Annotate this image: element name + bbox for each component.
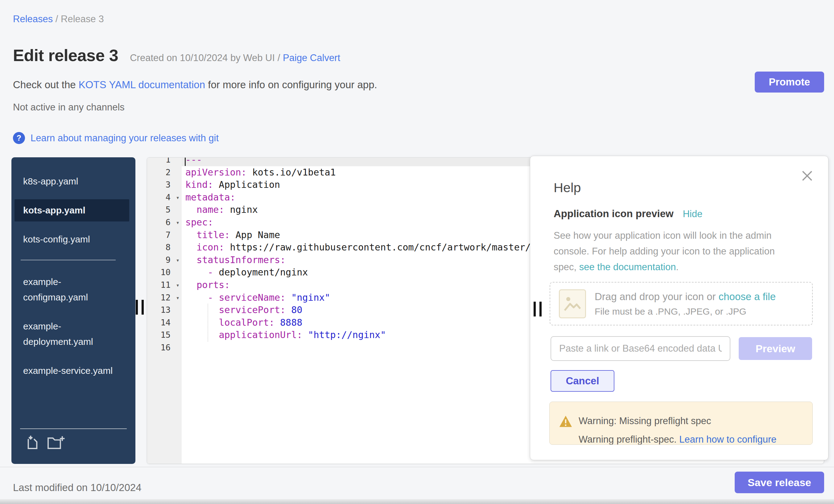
code-segment-num: 80 xyxy=(291,304,302,315)
footer-divider xyxy=(0,467,834,467)
code-segment-key: metadata: xyxy=(185,192,236,203)
fold-arrow-icon[interactable]: ▾ xyxy=(176,191,179,204)
breadcrumb-link-releases[interactable]: Releases xyxy=(13,14,53,24)
code-segment-plain: kots.io/v1beta1 xyxy=(247,167,336,178)
doc-info-suffix: for more info on configuring your app. xyxy=(205,79,377,90)
code-segment-plain: nginx xyxy=(224,204,258,215)
line-number: 12▾ xyxy=(147,291,182,304)
file-item[interactable]: kots-app.yaml xyxy=(15,199,129,221)
code-segment-plain xyxy=(286,292,291,303)
file-item[interactable]: example-deployment.yaml xyxy=(20,315,117,353)
line-number: 4▾ xyxy=(147,191,182,204)
add-folder-button[interactable] xyxy=(47,435,65,452)
cancel-button[interactable]: Cancel xyxy=(551,370,614,392)
code-segment-key: name: xyxy=(196,204,224,215)
close-icon[interactable] xyxy=(800,169,814,182)
add-folder-icon xyxy=(47,435,65,450)
image-placeholder-icon xyxy=(559,289,586,318)
code-segment-plain xyxy=(185,229,196,240)
line-number: 3 xyxy=(147,179,182,191)
indent-guide xyxy=(207,304,208,342)
code-segment-num: 8888 xyxy=(280,317,302,328)
code-segment-key: servicePort: xyxy=(219,304,286,315)
code-segment-key: applicationUrl: xyxy=(219,329,302,340)
git-help-link[interactable]: ? Learn about managing your releases wit… xyxy=(13,132,219,144)
last-modified-text: Last modified on 10/10/2024 xyxy=(13,482,141,494)
code-segment-plain xyxy=(185,292,207,303)
sidebar-actions xyxy=(20,429,127,456)
resize-handle-right[interactable] xyxy=(533,302,545,316)
preview-button[interactable]: Preview xyxy=(739,337,812,360)
code-segment-dash: - xyxy=(207,292,213,303)
code-segment-key: --- xyxy=(185,157,202,165)
dropzone-label: Drag and drop your icon or xyxy=(595,291,719,302)
code-segment-plain xyxy=(213,292,219,303)
breadcrumb-separator: / xyxy=(53,14,61,24)
code-segment-key: serviceName: xyxy=(219,292,286,303)
code-segment-plain xyxy=(286,304,291,315)
file-item[interactable]: kots-config.yaml xyxy=(20,228,117,250)
help-description: See how your application icon will look … xyxy=(554,228,797,275)
code-segment-plain: Application xyxy=(213,179,280,190)
line-number: 2 xyxy=(147,166,182,179)
warning-text: Warning preflight-spec. Learn how to con… xyxy=(578,434,777,445)
text-cursor xyxy=(185,158,186,166)
hide-link[interactable]: Hide xyxy=(683,209,703,220)
file-sidebar: k8s-app.yamlkots-app.yamlkots-config.yam… xyxy=(12,157,135,464)
fold-arrow-icon[interactable]: ▾ xyxy=(176,291,179,304)
code-segment-plain: https://raw.githubusercontent.com/cncf/a… xyxy=(224,242,530,253)
code-segment-plain xyxy=(185,242,196,253)
line-number: 15 xyxy=(147,329,182,342)
file-item[interactable]: k8s-app.yaml xyxy=(20,170,117,193)
question-icon: ? xyxy=(13,132,25,144)
code-segment-plain xyxy=(185,267,207,278)
code-segment-key: icon: xyxy=(196,242,224,253)
fold-arrow-icon[interactable]: ▾ xyxy=(176,216,179,229)
help-title: Help xyxy=(554,180,581,195)
code-segment-plain xyxy=(185,304,219,315)
doc-link[interactable]: see the documentation xyxy=(579,262,676,272)
warning-title: Warning: Missing preflight spec xyxy=(578,415,711,426)
code-segment-key: ports: xyxy=(196,280,230,290)
dropzone-hint: File must be a .PNG, .JPEG, or .JPG xyxy=(595,306,776,317)
code-segment-plain xyxy=(302,329,308,340)
author-link[interactable]: Paige Calvert xyxy=(283,52,340,63)
code-segment-key: spec: xyxy=(185,217,213,228)
promote-button[interactable]: Promote xyxy=(755,71,824,92)
help-panel: Help Application icon preview Hide See h… xyxy=(530,156,829,460)
icon-url-input[interactable] xyxy=(551,336,730,361)
fold-arrow-icon[interactable]: ▾ xyxy=(176,279,179,291)
add-file-button[interactable] xyxy=(27,435,39,452)
doc-info-prefix: Check out the xyxy=(13,79,79,90)
resize-handle-left[interactable] xyxy=(136,300,148,314)
line-number: 9▾ xyxy=(147,254,182,266)
bottom-edge xyxy=(0,499,834,504)
add-file-icon xyxy=(27,435,39,450)
kots-doc-link[interactable]: KOTS YAML documentation xyxy=(79,79,205,90)
breadcrumb-current: Release 3 xyxy=(61,14,104,24)
line-number: 6▾ xyxy=(147,216,182,229)
choose-file-link[interactable]: choose a file xyxy=(719,291,776,302)
file-item[interactable]: example-configmap.yaml xyxy=(20,271,117,308)
created-prefix: Created on 10/10/2024 by Web UI / xyxy=(130,52,283,63)
configure-link[interactable]: Learn how to configure xyxy=(679,434,776,445)
line-number: 10 xyxy=(147,266,182,279)
code-segment-key: title: xyxy=(196,229,230,240)
git-help-label: Learn about managing your releases with … xyxy=(30,133,219,144)
line-number: 11▾ xyxy=(147,279,182,291)
code-segment-key: apiVersion: xyxy=(185,167,247,178)
icon-dropzone[interactable]: Drag and drop your icon or choose a file… xyxy=(550,282,813,325)
not-active-text: Not active in any channels xyxy=(13,102,125,113)
section-row: Application icon preview Hide xyxy=(554,208,703,220)
dropzone-text: Drag and drop your icon or choose a file… xyxy=(595,291,776,317)
code-segment-str: "http://nginx" xyxy=(308,329,386,340)
save-release-button[interactable]: Save release xyxy=(735,472,824,493)
code-segment-key: localPort: xyxy=(219,317,275,328)
fold-arrow-icon[interactable]: ▾ xyxy=(176,254,179,266)
line-number: 7 xyxy=(147,229,182,242)
sidebar-divider xyxy=(21,260,116,260)
code-segment-plain xyxy=(275,317,280,328)
file-item[interactable]: example-service.yaml xyxy=(20,360,117,382)
section-title: Application icon preview xyxy=(554,208,674,220)
line-number: 5 xyxy=(147,203,182,216)
